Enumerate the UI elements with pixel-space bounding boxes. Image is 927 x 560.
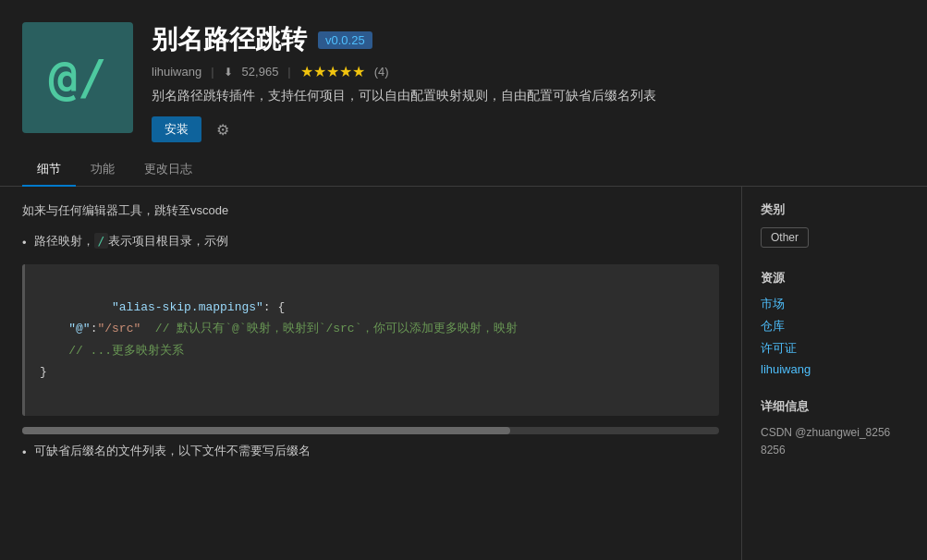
logo-text: @/	[49, 50, 107, 105]
resource-link-market[interactable]: 市场	[761, 296, 909, 312]
bullet2-label: 可缺省后缀名的文件列表，以下文件不需要写后缀名	[34, 442, 311, 461]
plugin-actions: 安装 ⚙	[152, 116, 905, 142]
details-section-title: 详细信息	[761, 398, 909, 415]
plugin-title-row: 别名路径跳转 v0.0.25	[152, 22, 905, 57]
download-icon: ⬇	[224, 66, 233, 79]
detail-line-1: CSDN @zhuangwei_8256	[761, 424, 909, 442]
plugin-author: lihuiwang	[152, 65, 201, 79]
code-block: "alias-skip.mappings": { "@":"/src" // 默…	[40, 275, 704, 405]
scrollbar-thumb	[22, 427, 510, 434]
install-button[interactable]: 安装	[152, 116, 201, 142]
plugin-logo: @/	[22, 22, 133, 133]
resource-link-license[interactable]: 许可证	[761, 340, 909, 357]
main-content: 如来与任何编辑器工具，跳转至vscode • 路径映射，/表示项目根目录，示例 …	[0, 187, 927, 560]
left-panel[interactable]: 如来与任何编辑器工具，跳转至vscode • 路径映射，/表示项目根目录，示例 …	[0, 187, 742, 560]
bullet-dot-2: •	[22, 444, 27, 463]
download-count: 52,965	[242, 65, 279, 79]
bullet1-label: 路径映射，/表示项目根目录，示例	[34, 232, 229, 251]
category-section: 类别 Other	[761, 201, 909, 248]
resource-link-repo[interactable]: 仓库	[761, 318, 909, 335]
plugin-description: 别名路径跳转插件，支持任何项目，可以自由配置映射规则，自由配置可缺省后缀名列表	[152, 86, 905, 105]
tabs-bar: 细节 功能 更改日志	[0, 153, 927, 187]
plugin-info: 别名路径跳转 v0.0.25 lihuiwang | ⬇ 52,965 | ★★…	[152, 22, 905, 142]
star-rating: ★★★★★	[300, 63, 365, 80]
rating-count: (4)	[374, 65, 389, 79]
version-badge: v0.0.25	[318, 31, 372, 49]
code-line1: "alias-skip.mappings"	[112, 300, 263, 314]
page-wrapper: @/ 别名路径跳转 v0.0.25 lihuiwang | ⬇ 52,965 |…	[0, 0, 927, 560]
right-panel: 类别 Other 资源 市场 仓库 许可证 lihuiwang 详细信息 CSD…	[742, 187, 927, 560]
intro-text: 如来与任何编辑器工具，跳转至vscode	[22, 201, 719, 221]
divider-pipe2: |	[287, 65, 290, 79]
bullet-item-1: • 路径映射，/表示项目根目录，示例	[22, 232, 719, 253]
divider-pipe: |	[211, 65, 213, 79]
resources-section: 资源 市场 仓库 许可证 lihuiwang	[761, 270, 909, 376]
plugin-header: @/ 别名路径跳转 v0.0.25 lihuiwang | ⬇ 52,965 |…	[0, 0, 927, 153]
resource-link-author[interactable]: lihuiwang	[761, 362, 909, 376]
bullet1-code: /	[94, 233, 109, 249]
plugin-meta: lihuiwang | ⬇ 52,965 | ★★★★★ (4)	[152, 63, 905, 80]
bullet-dot-1: •	[22, 234, 27, 253]
category-badge[interactable]: Other	[761, 227, 809, 248]
resources-section-title: 资源	[761, 270, 909, 286]
horizontal-scrollbar[interactable]	[22, 427, 719, 434]
bullet-item-2: • 可缺省后缀名的文件列表，以下文件不需要写后缀名	[22, 442, 719, 463]
code-block-wrapper: "alias-skip.mappings": { "@":"/src" // 默…	[22, 264, 719, 416]
tab-changelog[interactable]: 更改日志	[129, 153, 207, 187]
detail-line-2: 8256	[761, 442, 909, 459]
tab-detail[interactable]: 细节	[22, 153, 76, 187]
plugin-title: 别名路径跳转	[152, 22, 307, 57]
settings-button[interactable]: ⚙	[213, 117, 233, 142]
details-section: 详细信息 CSDN @zhuangwei_8256 8256	[761, 398, 909, 459]
tab-features[interactable]: 功能	[76, 153, 129, 187]
category-section-title: 类别	[761, 201, 909, 218]
